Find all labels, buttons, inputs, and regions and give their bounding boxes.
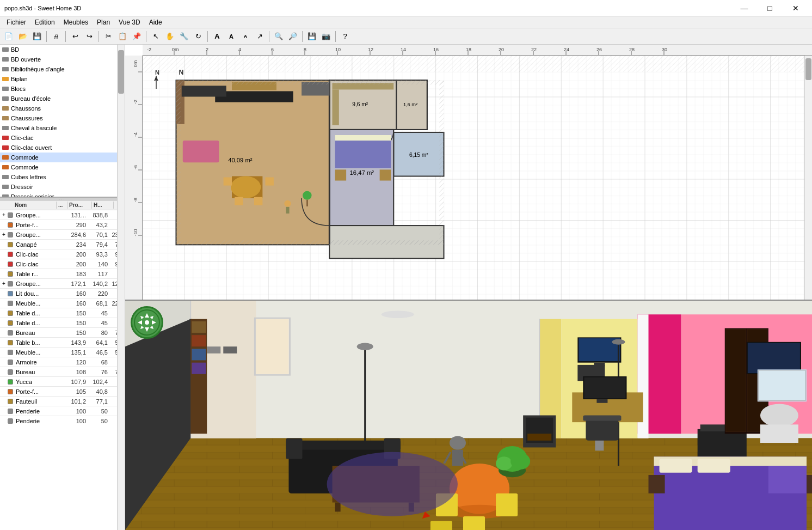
prop-row-penderie2[interactable]: Penderie 100 50 240 ✓ (0, 416, 125, 424)
prop-row-tabler[interactable]: Table r... 183 117 74 ✓ (0, 269, 125, 279)
svg-rect-88 (439, 80, 444, 245)
pan-button[interactable]: ✋ (163, 30, 176, 43)
left-panel: BD BD ouverte Bibliothèque d'angle Bipla… (0, 45, 125, 530)
plan-canvas[interactable]: 40,09 m² 9,6 m² 1,6 m² 6,15 m² (143, 56, 812, 300)
svg-rect-71 (182, 86, 226, 96)
prop-p-tabled1: 150 (64, 310, 88, 316)
prop-p-clicclac2: 200 (64, 261, 88, 267)
prop-row-groupe2[interactable]: + Groupe... 284,6 70,1 237,1 ✓ (0, 230, 125, 240)
resize-handle[interactable] (0, 197, 125, 200)
prop-row-armoire[interactable]: Armoire 120 68 250 ✓ (0, 357, 125, 367)
menu-vue3d[interactable]: Vue 3D (114, 17, 145, 27)
prop-row-bureau2[interactable]: Bureau 108 76 75,4 ✓ (0, 367, 125, 377)
prop-row-groupe3[interactable]: + Groupe... 172,1 140,2 121,4 ✓ (0, 279, 125, 289)
prop-row-litdou[interactable]: Lit dou... 160 220 65 ✓ (0, 289, 125, 298)
zoom-in-btn[interactable]: 🔎 (286, 30, 299, 43)
furniture-item-cubes[interactable]: Cubes lettres (0, 172, 125, 182)
prop-row-meuble2[interactable]: Meuble... 135,1 46,5 52,6 ✓ (0, 348, 125, 357)
prop-row-portefenetre1[interactable]: Porte-f... 290 43,2 230 ✓ (0, 220, 125, 230)
furniture-item-chaussures[interactable]: Chaussures (0, 113, 125, 123)
svg-rect-62 (215, 91, 293, 102)
text-button[interactable]: A (211, 30, 224, 43)
prop-row-tabled2[interactable]: Table d... 150 45 65 ✓ (0, 318, 125, 328)
furniture-list[interactable]: BD BD ouverte Bibliothèque d'angle Bipla… (0, 45, 125, 197)
zoom-out-btn[interactable]: 🔍 (272, 30, 285, 43)
furniture-item-chaussons[interactable]: Chaussons (0, 103, 125, 113)
prop-row-fauteuil[interactable]: Fauteuil 101,2 77,1 75 ✓ (0, 397, 125, 406)
arrow-button[interactable]: ↗ (253, 30, 266, 43)
furniture-item-clicclac[interactable]: Clic-clac (0, 133, 125, 143)
paste-button[interactable]: 📌 (130, 30, 143, 43)
menu-meubles[interactable]: Meubles (59, 17, 93, 27)
prop-row-clicclac2[interactable]: Clic-clac 200 140 93,1 ✓ (0, 259, 125, 269)
maximize-button[interactable]: □ (758, 1, 782, 16)
menu-plan[interactable]: Plan (93, 17, 114, 27)
new-button[interactable]: 📄 (2, 30, 15, 43)
furniture-item-commode2[interactable]: Commode (0, 162, 125, 172)
prop-p-canape: 234 (64, 241, 88, 248)
furniture-label-bdouverte: BD ouverte (11, 56, 41, 63)
prop-expand-groupe3[interactable]: + (0, 281, 8, 287)
view3d-area[interactable] (125, 301, 812, 530)
menu-edition[interactable]: Edition (30, 17, 59, 27)
rotate-button[interactable]: ↻ (192, 30, 205, 43)
furniture-icon-dressoir (2, 185, 9, 189)
svg-rect-75 (335, 135, 391, 141)
svg-rect-89 (329, 240, 441, 245)
undo-button[interactable]: ↩ (69, 30, 82, 43)
prop-row-tableb[interactable]: Table b... 143,9 64,1 51,1 ✓ (0, 338, 125, 348)
zoom-in-button[interactable]: 🔧 (177, 30, 190, 43)
prop-row-penderie1[interactable]: Penderie 100 50 240 ✓ (0, 406, 125, 416)
furniture-item-bureau-ecole[interactable]: Bureau d'école (0, 94, 125, 103)
prop-color-canape (8, 242, 13, 247)
photo-button[interactable]: 📷 (319, 30, 333, 43)
svg-text:4: 4 (238, 47, 241, 52)
text2-button[interactable]: A (225, 30, 238, 43)
prop-row-groupe1[interactable]: + Groupe... 131... 838,8 191 ✓ (0, 210, 125, 220)
furniture-item-biplan[interactable]: Biplan (0, 74, 125, 84)
prop-row-bureau1[interactable]: Bureau 150 80 75,4 ✓ (0, 328, 125, 338)
furniture-item-biblio-angle[interactable]: Bibliothèque d'angle (0, 64, 125, 74)
menu-fichier[interactable]: Fichier (2, 17, 30, 27)
furniture-item-clicclac-ouvert[interactable]: Clic-clac ouvert (0, 143, 125, 153)
close-button[interactable]: ✕ (783, 1, 808, 16)
menu-aide[interactable]: Aide (145, 17, 167, 27)
plan-area[interactable]: -2 0m 2 4 6 8 10 12 14 (125, 45, 812, 301)
svg-text:40,09 m²: 40,09 m² (228, 157, 253, 163)
svg-rect-198 (223, 346, 237, 354)
save-button[interactable]: 💾 (30, 30, 44, 43)
furniture-item-bdouverte[interactable]: BD ouverte (0, 54, 125, 64)
furniture-item-dressoir[interactable]: Dressoir (0, 182, 125, 192)
print-button[interactable]: 🖨 (50, 30, 63, 43)
plan-vscroll[interactable] (804, 56, 812, 300)
furniture-item-bd[interactable]: BD (0, 45, 125, 54)
prop-row-meuble1[interactable]: Meuble... 160 68,1 225,4 ✓ (0, 298, 125, 308)
prop-row-tabled1[interactable]: Table d... 150 45 65 ✓ (0, 308, 125, 318)
svg-text:22: 22 (531, 47, 537, 52)
help-button[interactable]: ? (339, 30, 352, 43)
prop-h-groupe2: 70,1 (88, 232, 110, 238)
titlebar: popo.sh3d - Sweet Home 3D — □ ✕ (0, 0, 812, 16)
export-button[interactable]: 💾 (305, 30, 318, 43)
furniture-item-blocs[interactable]: Blocs (0, 84, 125, 94)
svg-rect-154 (698, 459, 730, 472)
copy-button[interactable]: 📋 (116, 30, 129, 43)
prop-p-meuble2: 135,1 (64, 349, 88, 356)
text3-button[interactable]: A (239, 30, 252, 43)
minimize-button[interactable]: — (732, 1, 756, 16)
furniture-item-cheval[interactable]: Cheval à bascule (0, 123, 125, 133)
redo-button[interactable]: ↪ (83, 30, 96, 43)
cut-button[interactable]: ✂ (102, 30, 115, 43)
prop-row-canape[interactable]: Canapé 234 79,4 79,2 ✓ (0, 240, 125, 249)
prop-row-portefenetre2[interactable]: Porte-f... 105 40,8 215 ✓ (0, 387, 125, 397)
open-button[interactable]: 📂 (16, 30, 29, 43)
prop-expand-groupe2[interactable]: + (0, 232, 8, 237)
furniture-item-commode1[interactable]: Commode (0, 153, 125, 162)
properties-scrollbar[interactable] (117, 210, 125, 424)
nav-control[interactable] (131, 306, 163, 339)
prop-row-clicclac1[interactable]: Clic-clac 200 93,3 93,1 ✓ (0, 249, 125, 259)
properties-table[interactable]: + Groupe... 131... 838,8 191 ✓ Porte-f..… (0, 210, 125, 424)
prop-row-yucca[interactable]: Yucca 107,9 102,4 180 ✓ (0, 377, 125, 387)
prop-expand-groupe1[interactable]: + (0, 212, 8, 218)
select-button[interactable]: ↖ (149, 30, 162, 43)
